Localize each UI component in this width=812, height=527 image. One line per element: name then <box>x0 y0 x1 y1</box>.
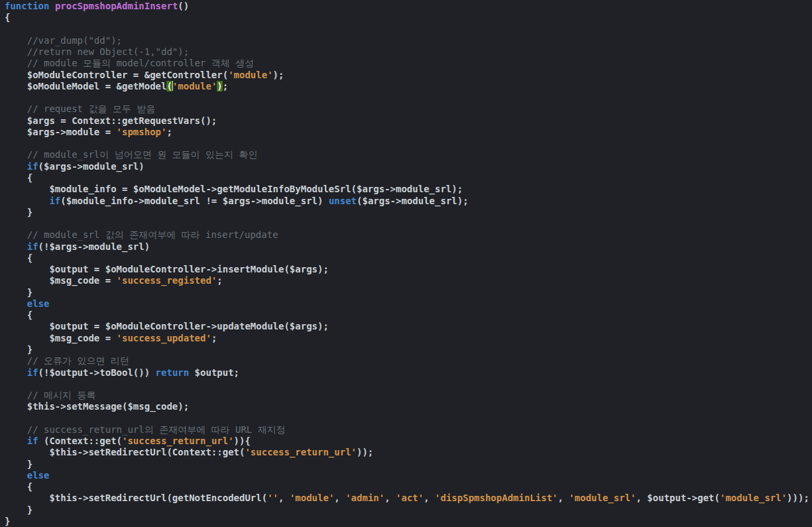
token-string: 'module_srl' <box>720 493 787 503</box>
code-line[interactable]: // success_return_url의 존재여부에 따라 URL 재지정 <box>5 424 812 436</box>
token-comment: //var_dump("dd"); <box>5 35 122 46</box>
token-plain-code: } <box>5 504 32 515</box>
code-line[interactable]: $this->setRedirectUrl(getNotEncodedUrl('… <box>5 493 812 504</box>
code-line[interactable]: $output = $oModuleController->insertModu… <box>5 264 812 275</box>
code-line[interactable]: } <box>5 516 812 527</box>
code-line[interactable]: { <box>5 12 812 23</box>
code-line[interactable]: } <box>5 504 812 516</box>
code-line[interactable] <box>5 24 812 35</box>
code-line[interactable]: else <box>5 470 812 481</box>
token-plain-code: , <box>424 493 435 503</box>
token-plain-code: () <box>178 1 189 11</box>
token-plain-code: $args->module = <box>5 127 117 137</box>
token-plain-code: $msg_code = <box>5 275 117 286</box>
token-keyword: else <box>27 298 50 309</box>
token-string: 'act' <box>396 493 424 503</box>
code-line[interactable]: if($args->module_srl) <box>5 161 812 172</box>
token-matched-bracket-highlight: ) <box>217 81 222 91</box>
token-plain-code: ; <box>166 127 172 137</box>
token-keyword: function <box>5 1 49 11</box>
token-plain-code: ; <box>217 275 222 286</box>
code-line[interactable]: } <box>5 344 812 355</box>
code-line[interactable]: $args->module = 'spmshop'; <box>5 127 812 138</box>
token-plain-code: } <box>5 287 32 298</box>
code-line[interactable]: { <box>5 172 812 184</box>
token-plain-code: , <box>558 493 569 503</box>
code-line[interactable]: if($module_info->module_srl != $args->mo… <box>5 196 812 207</box>
token-plain-code: )){ <box>234 436 251 446</box>
code-line[interactable]: // request 값을 모두 받음 <box>5 103 812 115</box>
code-line[interactable]: //var_dump("dd"); <box>5 35 812 46</box>
token-string: 'module' <box>290 493 334 503</box>
token-comment: // request 값을 모두 받음 <box>5 103 155 114</box>
token-keyword: if <box>49 196 60 206</box>
code-line[interactable]: function procSpmshopAdminInsert() <box>5 1 812 12</box>
code-line[interactable]: $oModuleController = &getController('mod… <box>5 70 812 81</box>
token-keyword: unset <box>329 196 357 206</box>
code-line[interactable]: $msg_code = 'success_registed'; <box>5 275 812 286</box>
token-plain-code: $output; <box>189 367 239 378</box>
token-plain-code: $args = Context::getRequestVars(); <box>5 115 217 126</box>
code-line[interactable]: $args = Context::getRequestVars(); <box>5 115 812 127</box>
code-line[interactable] <box>5 413 812 424</box>
token-plain-code: , <box>334 493 345 503</box>
token-plain-code <box>5 436 27 446</box>
code-line[interactable]: $module_info = $oModuleModel->getModuleI… <box>5 184 812 195</box>
code-line[interactable]: // module_srl 값의 존재여부에 따라 insert/update <box>5 229 812 241</box>
token-comment: // success_return_url의 존재여부에 따라 URL 재지정 <box>5 424 286 435</box>
code-line[interactable]: } <box>5 287 812 298</box>
code-line[interactable]: $this->setRedirectUrl(Context::get('succ… <box>5 447 812 458</box>
token-string: '' <box>267 493 278 503</box>
token-plain-code: } <box>5 516 10 526</box>
code-line[interactable]: { <box>5 481 812 493</box>
token-plain-code: , <box>384 493 396 503</box>
token-plain-code: , <box>278 493 290 503</box>
token-keyword: else <box>27 470 50 481</box>
token-comment: // 오류가 있으면 리턴 <box>5 355 129 366</box>
code-line[interactable]: $oModuleModel = &getModel('module'); <box>5 81 812 92</box>
token-plain-code: (!$args->module_srl) <box>38 241 150 252</box>
token-keyword: return <box>156 367 190 378</box>
token-plain-code <box>5 241 27 252</box>
code-line[interactable] <box>5 138 812 149</box>
token-plain-code: , $output->get( <box>636 493 720 503</box>
code-line[interactable]: else <box>5 298 812 310</box>
code-line[interactable]: { <box>5 310 812 321</box>
code-line[interactable] <box>5 218 812 229</box>
code-line[interactable]: $msg_code = 'success_updated'; <box>5 333 812 344</box>
code-line[interactable]: // 오류가 있으면 리턴 <box>5 355 812 367</box>
code-line[interactable]: //return new Object(-1,"dd"); <box>5 46 812 58</box>
token-plain-code: ); <box>273 70 284 80</box>
code-line[interactable] <box>5 92 812 103</box>
token-plain-code: { <box>5 253 32 263</box>
code-line[interactable]: $this->setMessage($msg_code); <box>5 401 812 412</box>
token-plain-code: $oModuleController = &getController( <box>5 70 228 80</box>
token-plain-code: $module_info = $oModuleModel->getModuleI… <box>5 184 463 194</box>
token-plain-code: { <box>5 12 10 23</box>
token-comment: // module_srl이 넘어오면 원 모듈이 있는지 확인 <box>5 149 257 160</box>
token-plain-code: ))); <box>787 493 809 503</box>
token-plain-code: ; <box>223 81 228 91</box>
token-plain-code: $output = $oModuleController->updateModu… <box>5 321 329 331</box>
code-line[interactable]: // module 모듈의 model/controller 객체 생성 <box>5 58 812 69</box>
token-plain-code: $output = $oModuleController->insertModu… <box>5 264 329 274</box>
token-plain-code <box>5 470 27 481</box>
code-line[interactable]: if (Context::get('success_return_url')){ <box>5 436 812 447</box>
code-line[interactable] <box>5 379 812 390</box>
token-plain-code: ($args->module_srl); <box>357 196 469 206</box>
code-line[interactable]: if(!$output->toBool()) return $output; <box>5 367 812 379</box>
token-keyword: if <box>27 367 38 378</box>
code-line[interactable]: } <box>5 207 812 218</box>
code-line[interactable]: // 메시지 등록 <box>5 390 812 401</box>
token-string: 'spmshop' <box>117 127 167 137</box>
code-line[interactable]: } <box>5 459 812 470</box>
code-line[interactable]: { <box>5 253 812 264</box>
code-line[interactable]: // module_srl이 넘어오면 원 모듈이 있는지 확인 <box>5 149 812 160</box>
token-matched-bracket-highlight: ( <box>166 81 172 91</box>
code-line[interactable]: if(!$args->module_srl) <box>5 241 812 253</box>
token-function-name: procSpmshopAdminInsert <box>55 1 178 11</box>
token-plain-code: { <box>5 310 32 320</box>
token-plain-code: { <box>5 481 32 492</box>
code-editor[interactable]: function procSpmshopAdminInsert(){ //var… <box>0 0 812 527</box>
code-line[interactable]: $output = $oModuleController->updateModu… <box>5 321 812 332</box>
